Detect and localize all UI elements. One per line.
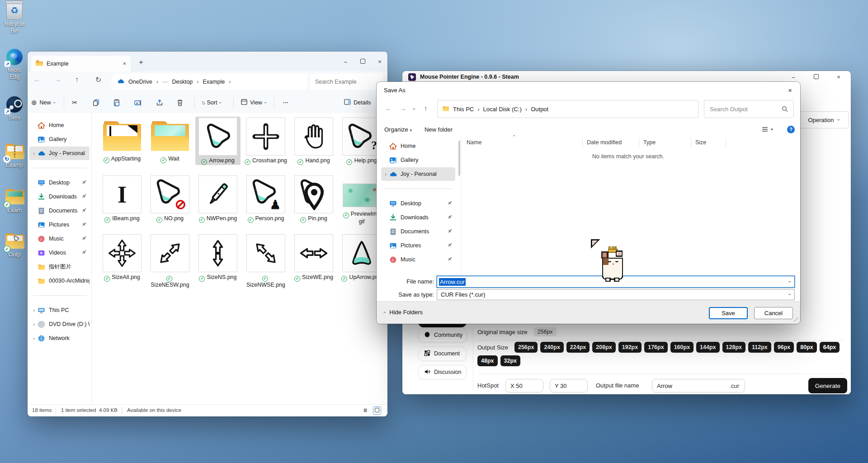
file-item-wait[interactable]: ✓Wait — [147, 117, 193, 163]
sidebar-item-network[interactable]: ›Network — [29, 331, 90, 345]
breadcrumb-item[interactable]: Local Disk (C:) — [483, 106, 522, 113]
size-chip-256px[interactable]: 256px — [514, 342, 538, 353]
close-button[interactable]: × — [835, 74, 842, 80]
help-icon[interactable]: ? — [787, 126, 795, 133]
column-date-modified[interactable]: Date modified — [587, 139, 622, 146]
view-button[interactable]: View› — [241, 96, 267, 109]
maximize-button[interactable] — [813, 74, 819, 80]
sidebar-item-home[interactable]: Home — [29, 118, 90, 132]
size-chip-128px[interactable]: 128px — [722, 342, 745, 353]
output-file-input[interactable]: Arrow .cur — [652, 379, 745, 392]
back-icon[interactable]: ← — [385, 104, 392, 112]
chevron-down-icon[interactable]: › — [787, 281, 793, 283]
recent-locations-icon[interactable]: › — [411, 108, 417, 110]
dialog-sidebar-item-joy-personal[interactable]: ›Joy - Personal — [381, 167, 455, 181]
maximize-button[interactable] — [359, 58, 366, 65]
sidebar-item-desktop[interactable]: Desktop — [29, 176, 90, 189]
size-chip-160px[interactable]: 160px — [670, 342, 693, 353]
nav-button-discussion[interactable]: Discussion — [418, 365, 467, 379]
size-chip-64px[interactable]: 64px — [820, 342, 840, 353]
file-item-sizewe-png[interactable]: ✓SizeWE.png — [291, 233, 336, 282]
file-item-crosshair-png[interactable]: ✓Crosshair.png — [243, 117, 288, 165]
new-folder-button[interactable]: New folder — [425, 126, 453, 133]
minimize-button[interactable]: – — [342, 58, 349, 65]
size-chip-224px[interactable]: 224px — [566, 342, 590, 353]
sort-button[interactable]: ↑↓ Sort› — [201, 96, 222, 109]
breadcrumb-item[interactable]: OneDrive — [128, 79, 152, 85]
file-item-no-png[interactable]: ⊘✓NO.png — [147, 175, 193, 223]
sidebar-item-documents[interactable]: Documents — [29, 204, 90, 217]
size-chip-240px[interactable]: 240px — [540, 342, 563, 353]
file-item-sizenesw-png[interactable]: ✓SizeNESW.png — [147, 233, 193, 288]
file-item-ibeam-png[interactable]: I✓IBeam.png — [99, 175, 145, 223]
desktop-icon-steam-shortcut[interactable]: ↗Stea — [0, 96, 29, 121]
nav-button-document[interactable]: Document — [418, 346, 467, 361]
breadcrumb[interactable]: OneDrive›···Desktop›Example› — [112, 74, 307, 90]
desktop-icon-recycle-bin[interactable]: ♻Recycle Bin — [0, 2, 29, 34]
nav-button-community[interactable]: Community — [418, 328, 467, 342]
file-item-person-png[interactable]: ♟✓Person.png — [243, 175, 288, 223]
paste-icon[interactable] — [113, 96, 120, 109]
list-view-toggle-icon[interactable]: ≣ — [361, 406, 369, 415]
dialog-sidebar-item-pictures[interactable]: Pictures — [381, 239, 455, 252]
desktop-icon-example-synced-folder[interactable]: ✓Exam — [0, 189, 29, 214]
copy-icon[interactable] — [93, 96, 99, 109]
size-chip-144px[interactable]: 144px — [696, 342, 719, 353]
size-chip-80px[interactable]: 80px — [797, 342, 817, 353]
size-chip-192px[interactable]: 192px — [618, 342, 642, 353]
sidebar-item-videos[interactable]: Videos — [29, 246, 90, 260]
hotspot-x-input[interactable]: X 50 — [505, 379, 543, 392]
search-input[interactable]: Search Example — [311, 74, 383, 90]
breadcrumb-item[interactable]: Outpot — [531, 106, 548, 113]
dialog-sidebar-item-home[interactable]: Home — [381, 139, 455, 153]
back-icon[interactable]: ← — [33, 76, 41, 84]
rename-icon[interactable]: A — [134, 96, 142, 109]
share-icon[interactable] — [156, 96, 163, 109]
file-item-sizens-png[interactable]: ✓SizeNS.png — [195, 233, 241, 282]
breadcrumb-item[interactable]: This PC — [453, 106, 474, 113]
column-size[interactable]: Size — [695, 139, 706, 146]
up-icon[interactable]: ↑ — [424, 104, 428, 112]
save-button[interactable]: Save — [709, 307, 748, 319]
breadcrumb-item[interactable]: Example — [203, 79, 225, 85]
desktop-icon-output-synced-folder[interactable]: ✓Outp — [0, 233, 29, 258]
size-chip-96px[interactable]: 96px — [774, 342, 794, 353]
sidebar-scrollbar[interactable] — [458, 141, 460, 176]
size-chip-48px[interactable]: 48px — [477, 355, 498, 366]
file-item-hand-png[interactable]: ✓Hand.png — [291, 117, 336, 165]
view-mode-button[interactable]: ▾ — [762, 127, 773, 132]
dialog-sidebar-item-downloads[interactable]: Downloads — [381, 211, 455, 224]
tab-close-icon[interactable]: × — [123, 60, 126, 67]
dialog-close-icon[interactable]: × — [788, 86, 792, 94]
sidebar-item-pictures[interactable]: Pictures — [29, 218, 90, 232]
sidebar-item-joy-personal[interactable]: ›Joy - Personal — [29, 146, 90, 160]
file-item-sizenwse-png[interactable]: ✓SizeNWSE.png — [243, 233, 288, 288]
dialog-sidebar-item-gallery[interactable]: Gallery — [381, 153, 455, 167]
new-tab-button[interactable]: + — [139, 58, 143, 67]
organize-button[interactable]: Organize ▾ — [384, 126, 412, 133]
dialog-search-input[interactable]: Search Outpot — [704, 100, 794, 118]
column-name[interactable]: Name — [467, 139, 481, 146]
forward-icon[interactable]: → — [54, 76, 61, 84]
explorer-tab[interactable]: Example × — [31, 56, 131, 71]
cancel-button[interactable]: Cancel — [754, 307, 793, 319]
hide-folders-button[interactable]: › Hide Folders — [383, 309, 423, 316]
breadcrumb-item[interactable]: Desktop — [172, 79, 193, 85]
refresh-icon[interactable]: ↻ — [95, 76, 101, 84]
dialog-sidebar-item-music[interactable]: ♪Music — [381, 253, 455, 266]
dialog-sidebar-item-documents[interactable]: Documents — [381, 225, 455, 238]
close-button[interactable]: × — [377, 58, 383, 65]
file-item-sizeall-png[interactable]: ✓SizeAll.png — [99, 233, 145, 282]
generate-button[interactable]: Generate — [808, 378, 847, 393]
size-chip-112px[interactable]: 112px — [748, 342, 771, 353]
file-item-nwpen-png[interactable]: ✓NWPen.png — [195, 175, 241, 223]
desktop-icon-microsoft-edge[interactable]: ↗MicroEdg — [0, 49, 29, 80]
hotspot-y-input[interactable]: Y 30 — [550, 379, 588, 392]
size-chip-208px[interactable]: 208px — [592, 342, 615, 353]
size-chip-32px[interactable]: 32px — [500, 355, 521, 366]
more-options-icon[interactable]: ··· — [283, 96, 289, 109]
sidebar-item--[interactable]: 指针图片 — [29, 260, 90, 274]
size-chip-176px[interactable]: 176px — [644, 342, 667, 353]
column-type[interactable]: Type — [643, 139, 656, 146]
sidebar-item-dvd-drive-d-win[interactable]: ›DVD Drive (D:) Win — [29, 317, 90, 331]
